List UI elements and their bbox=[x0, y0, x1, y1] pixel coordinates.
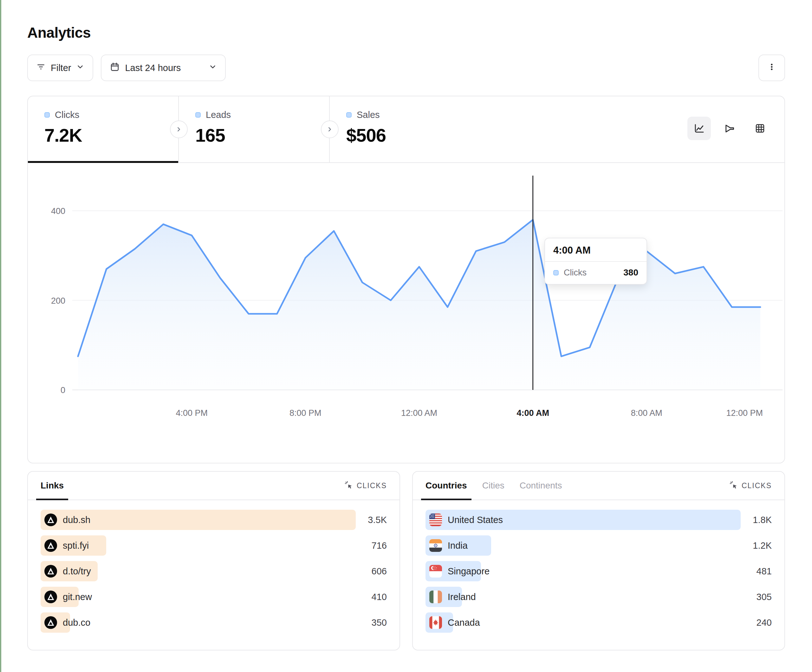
row-clicks-value: 1.8K bbox=[753, 515, 772, 525]
tab-countries-cities[interactable]: Cities bbox=[482, 472, 505, 500]
flag-sg-icon bbox=[429, 565, 442, 578]
dub-logo-icon bbox=[44, 616, 57, 629]
filter-button[interactable]: Filter bbox=[27, 55, 93, 81]
row-clicks-value: 350 bbox=[372, 617, 387, 628]
countries-metric-header[interactable]: CLICKS bbox=[729, 480, 772, 491]
link-row[interactable]: spti.fyi716 bbox=[41, 536, 387, 556]
y-axis-tick-label: 400 bbox=[51, 206, 65, 216]
clicks-area-fill bbox=[78, 220, 760, 390]
clicks-value: 7.2K bbox=[44, 125, 178, 146]
tab-clicks[interactable]: Clicks 7.2K bbox=[28, 96, 179, 162]
links-metric-header[interactable]: CLICKS bbox=[344, 480, 387, 491]
link-row[interactable]: dub.sh3.5K bbox=[41, 510, 387, 530]
kebab-vertical-icon bbox=[767, 62, 776, 74]
chart-view-toggles bbox=[687, 117, 772, 140]
row-label: d.to/try bbox=[63, 566, 91, 576]
row-label: India bbox=[448, 541, 467, 551]
row-label: spti.fyi bbox=[63, 541, 89, 551]
sales-legend-icon bbox=[346, 112, 351, 118]
flag-us-icon bbox=[429, 513, 442, 526]
chevron-down-icon bbox=[209, 63, 217, 73]
flag-ca-icon bbox=[429, 616, 442, 629]
more-options-button[interactable] bbox=[758, 55, 785, 81]
filter-button-label: Filter bbox=[51, 63, 71, 73]
page-title: Analytics bbox=[27, 24, 785, 41]
flag-ie-icon bbox=[429, 590, 442, 603]
analytics-page: Analytics Filter Last 24 hours bbox=[0, 0, 812, 672]
row-label: Ireland bbox=[448, 592, 476, 602]
flag-in-icon bbox=[429, 539, 442, 552]
toolbar: Filter Last 24 hours bbox=[27, 55, 785, 81]
link-row[interactable]: d.to/try606 bbox=[41, 561, 387, 582]
tab-countries-continents[interactable]: Continents bbox=[520, 472, 562, 500]
clicks-area-chart: 02004004:00 PM8:00 PM12:00 AM4:00 AM8:00… bbox=[28, 168, 785, 441]
row-label: git.new bbox=[63, 592, 92, 602]
dub-logo-icon bbox=[44, 513, 57, 526]
dub-logo-icon bbox=[44, 565, 57, 578]
leads-value: 165 bbox=[195, 125, 329, 146]
dub-logo-icon bbox=[44, 590, 57, 603]
link-row[interactable]: git.new410 bbox=[41, 587, 387, 607]
tab-leads[interactable]: Leads 165 bbox=[179, 96, 330, 162]
calendar-icon bbox=[110, 62, 120, 74]
tooltip-value: 380 bbox=[623, 268, 638, 278]
window-edge-divider bbox=[0, 0, 1, 672]
row-clicks-value: 481 bbox=[757, 566, 772, 576]
x-axis-tick-label: 12:00 AM bbox=[401, 408, 437, 418]
date-range-button[interactable]: Last 24 hours bbox=[101, 55, 226, 81]
row-label: Canada bbox=[448, 617, 480, 628]
tooltip-legend-icon bbox=[553, 270, 559, 275]
y-axis-tick-label: 0 bbox=[61, 385, 65, 395]
dub-logo-icon bbox=[44, 539, 57, 552]
x-axis-tick-label: 4:00 PM bbox=[176, 408, 208, 418]
row-clicks-value: 240 bbox=[757, 617, 772, 628]
links-panel: Links CLICKS dub.sh3.5Kspti.fyi716d.to/t… bbox=[27, 471, 400, 650]
chart-canvas[interactable]: 02004004:00 PM8:00 PM12:00 AM4:00 AM8:00… bbox=[28, 168, 785, 441]
line-chart-view-button[interactable] bbox=[687, 117, 711, 140]
cursor-click-icon bbox=[344, 480, 353, 491]
filter-icon bbox=[36, 62, 46, 74]
leads-legend-icon bbox=[195, 112, 201, 118]
links-panel-header: Links CLICKS bbox=[28, 472, 399, 500]
country-row[interactable]: Canada240 bbox=[425, 612, 772, 633]
countries-metric-label: CLICKS bbox=[742, 481, 772, 490]
clicks-tab-label: Clicks bbox=[55, 110, 79, 120]
row-clicks-value: 410 bbox=[372, 592, 387, 602]
link-row[interactable]: dub.co350 bbox=[41, 612, 387, 633]
x-axis-tick-label: 8:00 AM bbox=[631, 408, 662, 418]
date-range-label: Last 24 hours bbox=[125, 63, 181, 73]
country-row[interactable]: Ireland305 bbox=[425, 587, 772, 607]
tab-countries-countries[interactable]: Countries bbox=[425, 472, 467, 500]
row-clicks-value: 305 bbox=[757, 592, 772, 602]
y-axis-tick-label: 200 bbox=[51, 296, 65, 305]
row-label: dub.sh bbox=[63, 515, 90, 525]
expand-clicks-button[interactable] bbox=[170, 121, 188, 138]
row-label: United States bbox=[448, 515, 503, 525]
links-metric-label: CLICKS bbox=[357, 481, 387, 490]
tooltip-time: 4:00 AM bbox=[545, 238, 647, 261]
row-clicks-value: 606 bbox=[372, 566, 387, 576]
countries-panel: CountriesCitiesContinents CLICKS United … bbox=[412, 471, 785, 650]
funnel-view-button[interactable] bbox=[718, 117, 741, 140]
tooltip-series-label: Clicks bbox=[564, 268, 587, 278]
clicks-legend-icon bbox=[44, 112, 50, 118]
row-label: dub.co bbox=[63, 617, 90, 628]
country-row[interactable]: India1.2K bbox=[425, 536, 772, 556]
x-axis-tick-label: 4:00 AM bbox=[517, 408, 549, 418]
row-label: Singapore bbox=[448, 566, 490, 576]
country-row[interactable]: Singapore481 bbox=[425, 561, 772, 582]
row-clicks-value: 1.2K bbox=[753, 541, 772, 551]
x-axis-tick-label: 8:00 PM bbox=[290, 408, 321, 418]
x-axis-tick-label: 12:00 PM bbox=[726, 408, 763, 418]
country-row[interactable]: United States1.8K bbox=[425, 510, 772, 530]
countries-panel-header: CountriesCitiesContinents CLICKS bbox=[413, 472, 785, 500]
grid-view-button[interactable] bbox=[748, 117, 772, 140]
chart-tooltip: 4:00 AM Clicks 380 bbox=[544, 238, 647, 285]
chevron-down-icon bbox=[76, 63, 84, 73]
tab-links-links[interactable]: Links bbox=[41, 472, 64, 500]
expand-leads-button[interactable] bbox=[321, 121, 339, 138]
row-clicks-value: 716 bbox=[372, 541, 387, 551]
leads-tab-label: Leads bbox=[206, 110, 231, 120]
row-clicks-value: 3.5K bbox=[368, 515, 387, 525]
analytics-card: Clicks 7.2K Leads 165 Sales bbox=[27, 96, 785, 464]
